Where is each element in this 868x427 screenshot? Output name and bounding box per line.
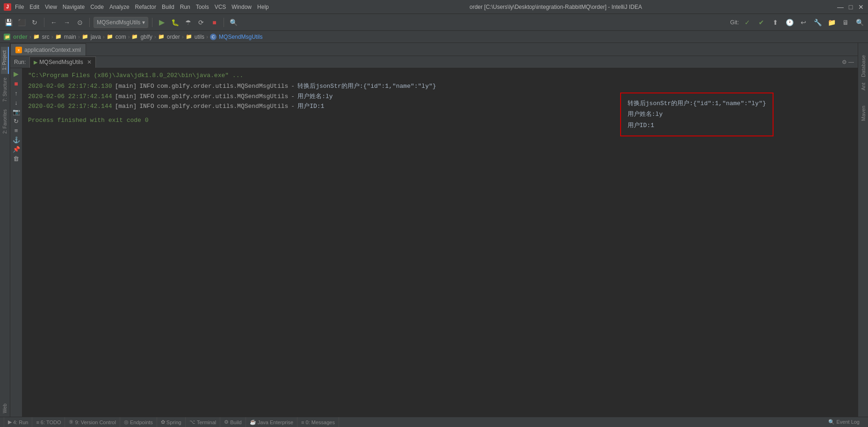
menu-window[interactable]: Window — [231, 4, 252, 10]
run-play-button[interactable]: ▶ — [14, 70, 19, 78]
menu-refactor[interactable]: Refactor — [135, 4, 156, 10]
favorites-panel-tab[interactable]: 2: Favorites — [1, 106, 8, 137]
breadcrumb: 📁 order › 📁 src › 📁 main › 📁 java › 📁 co… — [0, 31, 868, 43]
toolbar-right: Git: ✓ ✔ ⬆ 🕐 ↩ 🔧 📁 🖥 🔍 — [730, 17, 865, 28]
status-messages-label: 0: Messages — [306, 420, 335, 425]
menu-code[interactable]: Code — [90, 4, 104, 10]
java-enterprise-status-icon: ☕ — [250, 419, 256, 425]
status-java-enterprise[interactable]: ☕ Java Enterprise — [246, 417, 297, 427]
maven-panel-tab[interactable]: Maven — [861, 103, 866, 124]
breadcrumb-order2[interactable]: order — [167, 34, 180, 40]
breadcrumb-com[interactable]: com — [116, 34, 126, 40]
status-spring[interactable]: ✿ Spring — [157, 417, 186, 427]
project-panel-tab[interactable]: 1: Project — [1, 47, 9, 74]
forward-button[interactable]: → — [61, 17, 72, 28]
status-bar: ▶ 4: Run ≡ 6: TODO ⑨ 9: Version Control … — [0, 417, 868, 427]
status-spring-label: Spring — [166, 420, 181, 425]
build-status-icon: ⚙ — [224, 419, 229, 425]
run-filter-button[interactable]: ≡ — [14, 127, 18, 134]
status-todo[interactable]: ≡ 6: TODO — [32, 417, 65, 427]
run-camera-button[interactable]: 📷 — [13, 108, 20, 115]
breadcrumb-classname[interactable]: MQSendMsgUtils — [219, 34, 262, 40]
breadcrumb-utils[interactable]: utils — [195, 34, 204, 40]
status-build[interactable]: ⚙ Build — [220, 417, 246, 427]
status-terminal[interactable]: ⌥ Terminal — [186, 417, 221, 427]
menu-view[interactable]: View — [45, 4, 57, 10]
menu-tools[interactable]: Tools — [196, 4, 209, 10]
run-body: ▶ ■ ↑ ↓ 📷 ↻ ≡ ⚓ 📌 🗑 "C:\Program Files (x… — [10, 68, 858, 417]
menu-edit[interactable]: Edit — [29, 4, 39, 10]
run-up-button[interactable]: ↑ — [14, 90, 18, 97]
breadcrumb-src[interactable]: src — [42, 34, 50, 40]
run-button[interactable]: ▶ — [156, 17, 167, 28]
save-button[interactable]: 💾 — [3, 17, 14, 28]
breadcrumb-gblfy[interactable]: gblfy — [140, 34, 152, 40]
maximize-button[interactable]: □ — [847, 4, 854, 10]
git-commit-button[interactable]: ✔ — [756, 17, 767, 28]
status-endpoints[interactable]: ◎ Endpoints — [120, 417, 157, 427]
event-log-button[interactable]: 🔍 Event Log — [824, 419, 864, 425]
run-label: Run: — [14, 59, 26, 65]
status-run[interactable]: ▶ 4: Run — [4, 417, 32, 427]
ant-panel-tab[interactable]: Ant — [861, 80, 866, 93]
back-button[interactable]: ← — [48, 17, 59, 28]
database-panel-tab[interactable]: Database — [861, 52, 866, 80]
run-anchor-button[interactable]: ⚓ — [13, 136, 20, 143]
git-push-button[interactable]: ⬆ — [770, 17, 781, 28]
menu-navigate[interactable]: Navigate — [63, 4, 85, 10]
run-stop-button[interactable]: ■ — [14, 80, 18, 87]
git-search-button[interactable]: 🔍 — [854, 17, 865, 28]
coverage-button[interactable]: ☂ — [182, 17, 194, 28]
messages-status-icon: ≡ — [301, 420, 304, 425]
refresh-button[interactable]: ↻ — [29, 17, 40, 28]
console-thread-3: [main] — [115, 102, 137, 111]
run-down-button[interactable]: ↓ — [14, 99, 18, 106]
console-thread-1: [main] — [115, 82, 137, 91]
search-button[interactable]: 🔍 — [228, 17, 239, 28]
endpoints-status-icon: ◎ — [124, 419, 129, 425]
update-button[interactable]: ⟳ — [195, 17, 207, 28]
web-panel-tab[interactable]: Web — [1, 400, 8, 417]
menu-help[interactable]: Help — [257, 4, 269, 10]
breadcrumb-java[interactable]: java — [91, 34, 101, 40]
status-vcs[interactable]: ⑨ 9: Version Control — [65, 417, 120, 427]
git-screen-button[interactable]: 🖥 — [840, 17, 851, 28]
git-history-button[interactable]: 🕐 — [784, 17, 795, 28]
menu-vcs[interactable]: VCS — [215, 4, 226, 10]
run-settings-button[interactable]: ⚙ — — [842, 59, 854, 65]
structure-panel-tab[interactable]: 7: Structure — [1, 74, 8, 106]
debug-button[interactable]: 🐛 — [169, 17, 181, 28]
menu-run[interactable]: Run — [180, 4, 190, 10]
status-messages[interactable]: ≡ 0: Messages — [297, 417, 339, 427]
editor-tab-xml[interactable]: x applicationContext.xml — [10, 43, 86, 56]
menu-file[interactable]: File — [15, 4, 24, 10]
stop-button[interactable]: ■ — [209, 17, 220, 28]
annotation-line-2: 用户姓名:ly — [628, 109, 766, 120]
menu-analyze[interactable]: Analyze — [109, 4, 130, 10]
menu-build[interactable]: Build — [162, 4, 174, 10]
status-run-label: 4: Run — [13, 420, 28, 425]
git-check-button[interactable]: ✓ — [742, 17, 753, 28]
git-revert-button[interactable]: ↩ — [798, 17, 809, 28]
run-pin-button[interactable]: 📌 — [13, 146, 20, 153]
run-tab-mqsend[interactable]: ▶ MQSendMsgUtils ✕ — [29, 57, 95, 68]
git-folder-button[interactable]: 📁 — [826, 17, 837, 28]
git-wrench-button[interactable]: 🔧 — [812, 17, 823, 28]
window-controls: — □ ✕ — [837, 4, 864, 10]
run-wrap-button[interactable]: ↻ — [14, 118, 19, 125]
console-timestamp-2: 2020-02-06 22:17:42.144 — [28, 92, 112, 101]
run-config-dropdown[interactable]: MQSendMsgUtils ▾ — [94, 17, 148, 28]
minimize-button[interactable]: — — [837, 4, 844, 10]
navigate-button[interactable]: ⊙ — [74, 17, 86, 28]
breadcrumb-order[interactable]: order — [13, 34, 28, 40]
sync-button[interactable]: ⬛ — [16, 17, 27, 28]
run-tab-close-button[interactable]: ✕ — [87, 59, 92, 65]
annotation-line-1: 转换后jsonStr的用户:{"id":1,"name":"ly"} — [628, 98, 766, 109]
menu-bar: File Edit View Navigate Code Analyze Ref… — [15, 4, 269, 10]
console-level-2: INFO — [139, 92, 154, 101]
run-delete-button[interactable]: 🗑 — [13, 155, 19, 162]
breadcrumb-main[interactable]: main — [64, 34, 76, 40]
status-build-label: Build — [230, 420, 241, 425]
close-button[interactable]: ✕ — [858, 4, 864, 10]
content-area: 1: Project 7: Structure 2: Favorites Web… — [0, 43, 868, 417]
